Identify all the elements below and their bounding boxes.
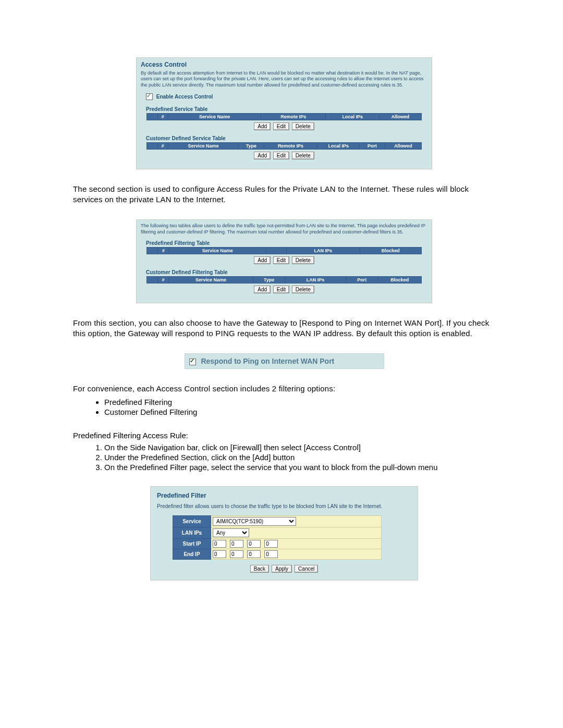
add-button[interactable]: Add xyxy=(254,256,271,264)
apply-button[interactable]: Apply xyxy=(272,565,292,573)
filter-title: Predefined Filter xyxy=(157,492,411,499)
enable-access-checkbox[interactable] xyxy=(146,93,153,100)
endip-oct4[interactable] xyxy=(264,550,278,558)
list-item: On the Side Navigation bar, click on [Fi… xyxy=(104,443,495,452)
col-service: Service Name xyxy=(169,276,253,283)
add-button[interactable]: Add xyxy=(254,122,271,130)
panel-desc: The following two tables allow users to … xyxy=(141,223,427,235)
endip-oct1[interactable] xyxy=(213,550,226,558)
panel-title: Access Control xyxy=(141,61,427,68)
respond-ping-box: Respond to Ping on Internet WAN Port xyxy=(185,353,384,369)
col-num: # xyxy=(157,142,168,149)
col-num: # xyxy=(158,247,169,254)
add-button[interactable]: Add xyxy=(254,152,271,159)
startip-oct1[interactable] xyxy=(213,540,226,548)
lanips-select[interactable]: Any xyxy=(213,528,249,537)
customer-filter-heading: Customer Defined Filtering Table xyxy=(146,269,427,275)
service-label: Service xyxy=(173,515,211,527)
custfilter-btn-row: Add Edit Delete xyxy=(141,286,427,293)
paragraph: For convenience, each Access Control sec… xyxy=(73,384,495,394)
panel-desc: By default all the access attemption fro… xyxy=(141,70,427,88)
add-button[interactable]: Add xyxy=(254,286,271,293)
startip-oct4[interactable] xyxy=(264,540,278,548)
list-item: Customer Defined Filtering xyxy=(104,408,495,416)
col-lanips: LAN IPs xyxy=(285,276,346,283)
delete-button[interactable]: Delete xyxy=(292,286,314,293)
edit-button[interactable]: Edit xyxy=(273,122,289,130)
startip-oct2[interactable] xyxy=(230,540,243,548)
col-allowed: Allowed xyxy=(385,142,421,149)
predefined-btn-row: Add Edit Delete xyxy=(141,122,427,130)
list-item: Predefined Filtering xyxy=(104,398,495,406)
customer-service-table: # Service Name Type Remote IPs Local IPs… xyxy=(146,142,422,150)
prefilter-btn-row: Add Edit Delete xyxy=(141,256,427,264)
service-select[interactable]: AIM/ICQ(TCP:5190) xyxy=(213,517,296,526)
col-local: Local IPs xyxy=(326,113,380,120)
enable-access-row: Enable Access Control xyxy=(146,93,427,100)
col-local: Local IPs xyxy=(317,142,360,149)
col-blank xyxy=(147,276,158,283)
col-lanips: LAN IPs xyxy=(286,247,360,254)
endip-oct2[interactable] xyxy=(230,550,243,558)
list-item: On the Predefined Filter page, select th… xyxy=(104,463,495,472)
predefined-filter-panel: Predefined Filter Predefined filter allo… xyxy=(150,486,418,581)
delete-button[interactable]: Delete xyxy=(292,152,314,159)
delete-button[interactable]: Delete xyxy=(292,122,314,130)
predefined-filter-table: # Service Name LAN IPs Blocked xyxy=(146,247,422,254)
col-blank xyxy=(147,142,158,149)
col-remote: Remote IPs xyxy=(264,142,317,149)
access-control-panel: Access Control By default all the access… xyxy=(136,57,432,169)
respond-ping-checkbox[interactable] xyxy=(189,359,196,365)
col-service: Service Name xyxy=(168,142,239,149)
filter-form: Service AIM/ICQ(TCP:5190) LAN IPs Any St… xyxy=(173,515,382,560)
customer-btn-row: Add Edit Delete xyxy=(141,152,427,159)
cancel-button[interactable]: Cancel xyxy=(295,565,318,573)
delete-button[interactable]: Delete xyxy=(292,256,314,264)
startip-oct3[interactable] xyxy=(247,540,261,548)
col-port: Port xyxy=(346,276,378,283)
paragraph: From this section, you can also choose t… xyxy=(73,318,495,339)
col-blank xyxy=(147,247,158,254)
col-blank xyxy=(147,113,158,120)
col-num: # xyxy=(157,113,168,120)
col-blank2 xyxy=(266,247,286,254)
endip-oct3[interactable] xyxy=(247,550,261,558)
col-blocked: Blocked xyxy=(360,247,421,254)
paragraph: The second section is used to configure … xyxy=(73,184,495,205)
predefined-service-heading: Predefined Service Table xyxy=(146,106,427,112)
predefined-service-table: # Service Name Remote IPs Local IPs Allo… xyxy=(146,113,422,120)
edit-button[interactable]: Edit xyxy=(273,256,289,264)
col-blocked: Blocked xyxy=(378,276,422,283)
step-list: On the Side Navigation bar, click on [Fi… xyxy=(73,443,495,472)
rule-heading: Predefined Filtering Access Rule: xyxy=(73,431,495,440)
list-item: Under the Predefined Section, click on t… xyxy=(104,453,495,462)
edit-button[interactable]: Edit xyxy=(273,152,289,159)
col-port: Port xyxy=(360,142,385,149)
col-type: Type xyxy=(253,276,285,283)
customer-service-heading: Customer Defined Service Table xyxy=(146,135,427,141)
filter-desc: Predefined filter allows users to choose… xyxy=(157,503,411,509)
filtering-panel: The following two tables allow users to … xyxy=(136,219,432,303)
respond-ping-label: Respond to Ping on Internet WAN Port xyxy=(201,357,334,365)
endip-label: End IP xyxy=(173,549,211,559)
col-num: # xyxy=(158,276,169,283)
enable-access-label: Enable Access Control xyxy=(156,94,213,100)
startip-label: Start IP xyxy=(173,538,211,549)
bullet-list: Predefined Filtering Customer Defined Fi… xyxy=(73,398,495,416)
col-service: Service Name xyxy=(168,113,261,120)
edit-button[interactable]: Edit xyxy=(273,286,289,293)
col-type: Type xyxy=(239,142,264,149)
col-service: Service Name xyxy=(169,247,266,254)
predefined-filter-heading: Predefined Filtering Table xyxy=(146,240,427,246)
col-allowed: Allowed xyxy=(379,113,421,120)
filter-btn-row: Back Apply Cancel xyxy=(157,565,411,573)
back-button[interactable]: Back xyxy=(250,565,269,573)
col-remote: Remote IPs xyxy=(261,113,326,120)
customer-filter-table: # Service Name Type LAN IPs Port Blocked xyxy=(146,276,422,283)
lanips-label: LAN IPs xyxy=(173,527,211,538)
